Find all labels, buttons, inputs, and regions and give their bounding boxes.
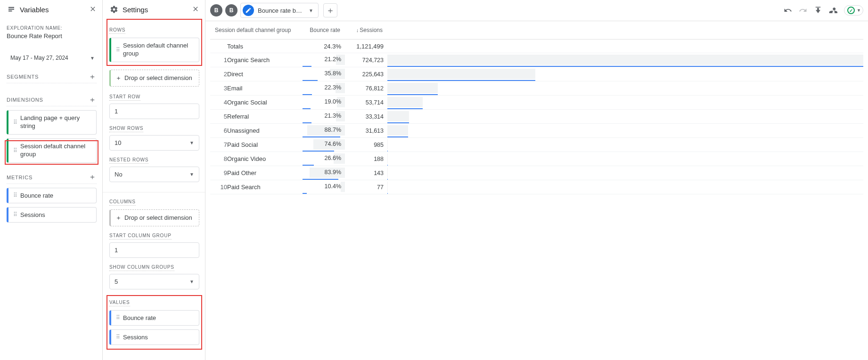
row-name: Organic Video (227, 152, 303, 166)
dimension-chip-session-channel[interactable]: Session default channel group (7, 138, 97, 163)
row-index: 4 (210, 96, 227, 110)
undo-button[interactable] (782, 4, 794, 16)
bounce-rate-cell: 74.6% (303, 138, 345, 152)
row-name: Email (227, 81, 303, 96)
row-index: 9 (210, 166, 227, 180)
values-chip-bounce-rate[interactable]: Bounce rate (109, 310, 199, 326)
date-range-picker[interactable]: May 17 - May 27, 2024 ▼ (7, 52, 97, 64)
bounce-rate-cell: 35.8% (303, 67, 345, 81)
chip-label: Bounce rate (20, 192, 53, 199)
show-column-groups-select[interactable]: 5 ▼ (109, 274, 199, 289)
sessions-cell: 31,613 (345, 124, 387, 138)
chip-label: Landing page + query string (20, 114, 91, 130)
bounce-rate-cell: 88.7% (303, 124, 345, 138)
chevron-down-icon: ▼ (857, 8, 861, 13)
sessions-cell: 77 (345, 180, 387, 194)
add-segment-button[interactable]: ＋ (88, 72, 97, 81)
plus-icon: ＋ (115, 214, 122, 222)
sessions-cell: 33,314 (345, 110, 387, 124)
segments-label: SEGMENTS (7, 74, 39, 80)
show-rows-select[interactable]: 10 ▼ (109, 135, 199, 151)
sessions-bar-cell (387, 152, 863, 166)
tab-menu-button[interactable]: ▼ (306, 8, 316, 13)
download-button[interactable] (812, 4, 824, 16)
dimension-chip-landing-page[interactable]: Landing page + query string (7, 110, 97, 135)
date-range-value: May 17 - May 27, 2024 (10, 55, 68, 61)
grip-icon (13, 213, 16, 216)
edit-icon (243, 5, 254, 16)
drop-area-rows[interactable]: ＋ Drop or select dimension (109, 70, 199, 87)
grip-icon (116, 48, 119, 51)
rows-label: ROWS (109, 27, 125, 34)
metric-chip-sessions[interactable]: Sessions (7, 207, 97, 223)
values-label: VALUES (109, 300, 130, 306)
chevron-down-icon: ▼ (90, 56, 95, 61)
new-tab-button[interactable]: ＋ (323, 3, 337, 17)
variables-icon (7, 5, 16, 14)
drop-area-columns[interactable]: ＋ Drop or select dimension (109, 209, 199, 226)
chip-label: Sessions (20, 211, 45, 218)
add-metric-button[interactable]: ＋ (88, 173, 97, 182)
totals-sessions: 1,121,499 (345, 40, 387, 53)
show-rows-label: SHOW ROWS (109, 126, 143, 132)
nested-rows-select[interactable]: No ▼ (109, 167, 199, 182)
start-column-label: START COLUMN GROUP (109, 233, 172, 240)
check-icon: ✓ (847, 7, 855, 14)
row-name: Paid Other (227, 166, 303, 180)
rows-chip-session-channel[interactable]: Session default channel group (109, 38, 199, 62)
nested-rows-label: NESTED ROWS (109, 157, 148, 164)
close-icon[interactable] (192, 5, 199, 14)
metric-chip-bounce-rate[interactable]: Bounce rate (7, 188, 97, 203)
table-row[interactable]: 2Direct35.8%225,643 (210, 67, 863, 81)
table-row[interactable]: 8Organic Video26.6%188 (210, 152, 863, 166)
table-row[interactable]: 9Paid Other83.9%143 (210, 166, 863, 180)
share-button[interactable] (827, 4, 839, 16)
exploration-name-value[interactable]: Bounce Rate Report (7, 32, 97, 40)
chip-label: Session default channel group (123, 42, 194, 58)
sessions-bar-cell (387, 81, 863, 96)
status-menu[interactable]: ✓ ▼ (844, 5, 863, 16)
show-column-groups-label: SHOW COLUMN GROUPS (109, 264, 174, 271)
bounce-rate-cell: 19.0% (303, 96, 345, 110)
col-header-sessions[interactable]: ↓Sessions (345, 21, 387, 40)
drop-label: Drop or select dimension (124, 74, 192, 81)
table-row[interactable]: 7Paid Social74.6%985 (210, 138, 863, 152)
grip-icon (116, 316, 119, 319)
table-row[interactable]: 6Unassigned88.7%31,613 (210, 124, 863, 138)
row-index: 8 (210, 152, 227, 166)
table-row[interactable]: 1Organic Search21.2%724,723 (210, 53, 863, 67)
table-row[interactable]: 5Referral21.3%33,314 (210, 110, 863, 124)
sessions-cell: 724,723 (345, 53, 387, 67)
tab-inactive-1[interactable]: B (210, 4, 222, 16)
sessions-bar-cell (387, 110, 863, 124)
table-row[interactable]: 3Email22.3%76,812 (210, 81, 863, 96)
row-name: Organic Social (227, 96, 303, 110)
bounce-rate-cell: 21.3% (303, 110, 345, 124)
values-chip-sessions[interactable]: Sessions (109, 329, 199, 345)
columns-label: COLUMNS (109, 199, 136, 206)
start-column-input[interactable]: 1 (109, 242, 199, 258)
row-index: 1 (210, 53, 227, 67)
bounce-rate-cell: 21.2% (303, 53, 345, 67)
close-icon[interactable] (89, 5, 97, 14)
metrics-label: METRICS (7, 175, 33, 180)
row-name: Paid Social (227, 138, 303, 152)
table-row[interactable]: 4Organic Social19.0%53,714 (210, 96, 863, 110)
tab-active[interactable]: Bounce rate b… ▼ (240, 3, 319, 18)
bounce-rate-cell: 10.4% (303, 180, 345, 194)
sessions-bar-cell (387, 67, 863, 81)
plus-icon: ＋ (115, 74, 122, 82)
sessions-cell: 53,714 (345, 96, 387, 110)
chevron-down-icon: ▼ (189, 172, 194, 177)
chevron-down-icon: ▼ (189, 140, 194, 145)
col-header-dimension[interactable]: Session default channel group (210, 21, 303, 40)
table-row[interactable]: 10Paid Search10.4%77 (210, 180, 863, 194)
row-name: Referral (227, 110, 303, 124)
tab-inactive-2[interactable]: B (225, 4, 237, 16)
start-row-input[interactable]: 1 (109, 104, 199, 119)
row-index: 7 (210, 138, 227, 152)
redo-button[interactable] (797, 4, 809, 16)
add-dimension-button[interactable]: ＋ (88, 96, 97, 104)
drop-label: Drop or select dimension (124, 214, 192, 221)
col-header-bounce-rate[interactable]: Bounce rate (303, 21, 345, 40)
